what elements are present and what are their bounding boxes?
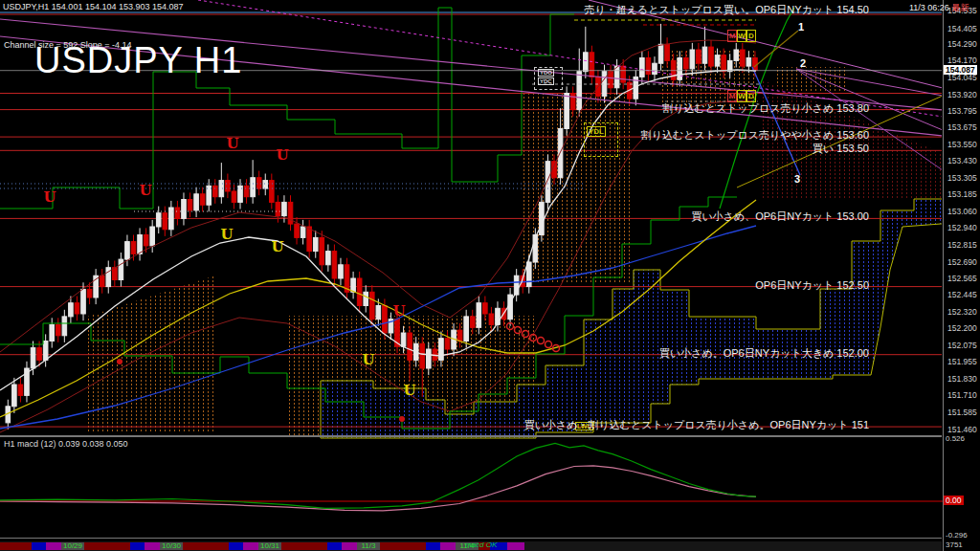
bar-count-label: 3751: [946, 540, 963, 549]
candle-up: [119, 259, 123, 279]
candle-down: [270, 181, 275, 203]
candle-down: [232, 191, 236, 202]
pivot-label-w: W: [737, 30, 746, 42]
price-axis-label: 151.460: [947, 425, 977, 434]
timeline-date-label: 10/29: [63, 541, 82, 550]
candle-down: [100, 276, 104, 286]
annotation-buy-15200: 買い小さめ。OP6日NYカット大きめ 152.00: [659, 346, 869, 361]
price-axis-label: 153.795: [947, 106, 977, 116]
candle-down: [131, 242, 136, 254]
candle-down: [75, 303, 79, 314]
candle-down: [665, 44, 670, 60]
horseshoe-red-icon: U: [226, 135, 238, 152]
price-axis-label: 153.185: [947, 189, 977, 199]
price-axis-label: 152.815: [947, 240, 977, 250]
candle-down: [408, 333, 412, 360]
horseshoe-red-icon: U: [276, 146, 288, 164]
price-axis-label: 153.675: [947, 122, 977, 132]
pivot-label-ydc: YDC: [538, 77, 554, 85]
candle-up: [653, 63, 657, 74]
last-updated-label: 11/3 06:26 最新: [909, 2, 969, 14]
candle-up: [376, 306, 381, 320]
candle-down: [37, 348, 42, 361]
candle-up: [734, 50, 739, 60]
candle-up: [464, 317, 469, 342]
candle-up: [540, 202, 545, 234]
price-axis-label: 153.305: [947, 173, 977, 183]
price-axis-label: 153.060: [947, 207, 977, 216]
price-axis-label: 151.830: [947, 374, 977, 384]
candle-up: [508, 295, 513, 320]
candle-up: [62, 317, 67, 336]
channel-info-label: Channel size = 592 Slope = -4.14: [4, 40, 132, 50]
candle-down: [18, 385, 23, 395]
price-axis-label: 152.320: [947, 307, 977, 317]
red-dot-marker: [117, 359, 122, 364]
candle-up: [351, 278, 356, 292]
session-segment: [145, 542, 160, 550]
candle-up: [584, 53, 589, 72]
annotation-buy-15300: 買い小さめ、OP6日NYカット 153.00: [691, 209, 869, 224]
candle-up: [12, 385, 17, 407]
wave-count-marker: 3: [794, 173, 800, 185]
timeline-date-label: 11/3: [362, 541, 376, 550]
candle-up: [577, 72, 582, 110]
candle-up: [169, 208, 174, 230]
candle-up: [50, 324, 55, 341]
candle-down: [256, 178, 261, 188]
timeline-note: macd OK: [465, 540, 497, 549]
candle-up: [251, 178, 256, 197]
session-segment: [380, 542, 426, 550]
candle-down: [332, 252, 337, 278]
candle-up: [31, 348, 35, 368]
candle-up: [326, 252, 331, 265]
session-segment: [507, 542, 524, 550]
price-axis-label: 151.585: [947, 408, 977, 417]
pivot-label-d: D: [746, 30, 756, 42]
candle-down: [741, 50, 746, 66]
wave-count-marker: 1: [798, 21, 804, 33]
candle-down: [163, 213, 167, 230]
candle-up: [640, 58, 645, 77]
session-segment: [440, 542, 456, 550]
pivot-label-ydl: YDL: [587, 126, 606, 137]
dotted-region-orange: [84, 276, 215, 432]
candle-down: [244, 186, 249, 196]
timeline-date-label: 10/30: [162, 541, 181, 550]
symbol-quote-line: USDJPY,H1 154.001 154.104 153.903 154.08…: [3, 2, 184, 11]
horseshoe-yellow-icon: U: [362, 351, 374, 368]
price-axis-label: 154.290: [947, 39, 977, 49]
session-segment: [426, 542, 440, 550]
chart-canvas[interactable]: UUUUUUUUU: [0, 0, 980, 551]
macd-axis-zero-badge: 0.00: [944, 496, 964, 505]
updated-time: 11/3 06:26: [909, 3, 949, 12]
candle-up: [678, 58, 682, 80]
session-segment: [229, 542, 243, 550]
mt4-chart-window[interactable]: UUUUUUUUU USDJPY,H1 154.001 154.104 153.…: [0, 0, 980, 551]
macd-axis-max: 0.526: [946, 434, 965, 443]
candle-up: [702, 47, 707, 63]
macd-main-line: [0, 443, 756, 508]
macd-pane: [0, 443, 943, 511]
price-axis-label: 153.920: [947, 90, 977, 99]
horseshoe-red-icon: U: [139, 182, 151, 199]
candle-down: [200, 194, 205, 205]
candle-up: [81, 289, 86, 314]
candle-down: [590, 53, 594, 77]
candle-up: [439, 339, 444, 361]
annotation-stop-15380: 割り込むとストップロス売り小さめ 153.80: [662, 101, 869, 116]
annotation-buy-151: 買い小さめ・割り込むとストップロス売り小さめ。OP6日NYカット 151: [524, 418, 869, 432]
session-segment: [342, 542, 357, 550]
horseshoe-red-icon: U: [392, 302, 405, 320]
macd-axis-min: -0.296: [946, 531, 968, 540]
candle-down: [144, 235, 148, 246]
candle-up: [301, 227, 305, 237]
session-segment: [84, 542, 130, 550]
annotation-opcut-15250: OP6日NYカット 152.50: [755, 278, 869, 293]
candle-down: [307, 227, 312, 252]
candle-up: [150, 227, 155, 246]
candle-down: [56, 324, 60, 335]
red-circle-marker: [538, 338, 545, 344]
candle-down: [295, 224, 300, 237]
horseshoe-red-icon: U: [43, 188, 56, 206]
